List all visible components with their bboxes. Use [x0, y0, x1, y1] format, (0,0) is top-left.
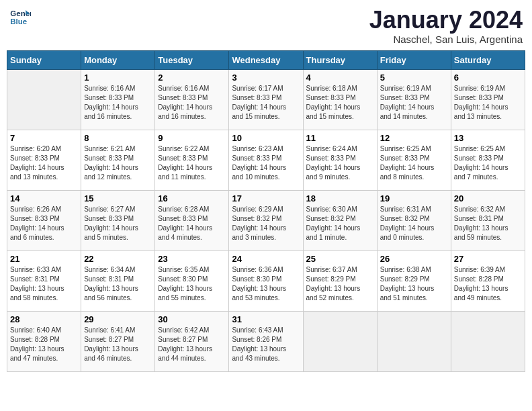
calendar-week-row: 14Sunrise: 6:26 AM Sunset: 8:33 PM Dayli… — [7, 190, 525, 250]
calendar-day-cell: 15Sunrise: 6:27 AM Sunset: 8:33 PM Dayli… — [81, 190, 155, 250]
day-info: Sunrise: 6:38 AM Sunset: 8:29 PM Dayligh… — [380, 265, 448, 303]
day-info: Sunrise: 6:42 AM Sunset: 8:27 PM Dayligh… — [158, 326, 226, 363]
day-number: 2 — [158, 73, 226, 83]
day-number: 30 — [158, 314, 226, 324]
calendar-week-row: 1Sunrise: 6:16 AM Sunset: 8:33 PM Daylig… — [7, 69, 525, 130]
day-number: 19 — [380, 193, 448, 203]
day-number: 14 — [10, 193, 78, 203]
day-info: Sunrise: 6:18 AM Sunset: 8:33 PM Dayligh… — [306, 84, 374, 122]
day-info: Sunrise: 6:35 AM Sunset: 8:30 PM Dayligh… — [158, 265, 226, 303]
calendar-day-cell: 25Sunrise: 6:37 AM Sunset: 8:29 PM Dayli… — [303, 250, 377, 311]
day-info: Sunrise: 6:16 AM Sunset: 8:33 PM Dayligh… — [158, 84, 226, 122]
day-number: 5 — [380, 73, 448, 83]
calendar-day-cell: 6Sunrise: 6:19 AM Sunset: 8:33 PM Daylig… — [451, 69, 525, 130]
day-info: Sunrise: 6:22 AM Sunset: 8:33 PM Dayligh… — [158, 144, 226, 182]
day-info: Sunrise: 6:25 AM Sunset: 8:33 PM Dayligh… — [454, 144, 522, 182]
day-number: 29 — [84, 314, 152, 324]
day-info: Sunrise: 6:25 AM Sunset: 8:33 PM Dayligh… — [380, 144, 448, 182]
logo: General Blue — [9, 7, 31, 28]
weekday-header-cell: Monday — [81, 50, 155, 69]
day-number: 28 — [10, 314, 78, 324]
day-number: 1 — [84, 73, 152, 83]
day-info: Sunrise: 6:41 AM Sunset: 8:27 PM Dayligh… — [84, 326, 152, 363]
day-info: Sunrise: 6:40 AM Sunset: 8:28 PM Dayligh… — [10, 326, 78, 363]
calendar-week-row: 7Sunrise: 6:20 AM Sunset: 8:33 PM Daylig… — [7, 130, 525, 190]
day-number: 9 — [158, 133, 226, 143]
day-number: 23 — [158, 254, 226, 264]
day-info: Sunrise: 6:31 AM Sunset: 8:32 PM Dayligh… — [380, 205, 448, 242]
calendar-day-cell — [303, 311, 377, 371]
calendar-day-cell: 8Sunrise: 6:21 AM Sunset: 8:33 PM Daylig… — [81, 130, 155, 190]
day-info: Sunrise: 6:19 AM Sunset: 8:33 PM Dayligh… — [380, 84, 448, 122]
calendar-day-cell: 18Sunrise: 6:30 AM Sunset: 8:32 PM Dayli… — [303, 190, 377, 250]
day-number: 10 — [232, 133, 300, 143]
calendar-day-cell: 11Sunrise: 6:24 AM Sunset: 8:33 PM Dayli… — [303, 130, 377, 190]
calendar-day-cell: 19Sunrise: 6:31 AM Sunset: 8:32 PM Dayli… — [377, 190, 451, 250]
page-header: General Blue January 2024 Naschel, San L… — [7, 7, 525, 45]
calendar-day-cell: 22Sunrise: 6:34 AM Sunset: 8:31 PM Dayli… — [81, 250, 155, 311]
calendar-day-cell: 12Sunrise: 6:25 AM Sunset: 8:33 PM Dayli… — [377, 130, 451, 190]
day-number: 21 — [10, 254, 78, 264]
day-info: Sunrise: 6:23 AM Sunset: 8:33 PM Dayligh… — [232, 144, 300, 182]
day-info: Sunrise: 6:17 AM Sunset: 8:33 PM Dayligh… — [232, 84, 300, 122]
day-info: Sunrise: 6:28 AM Sunset: 8:33 PM Dayligh… — [158, 205, 226, 242]
calendar-day-cell — [451, 311, 525, 371]
weekday-header-cell: Friday — [377, 50, 451, 69]
day-number: 18 — [306, 193, 374, 203]
calendar-day-cell: 26Sunrise: 6:38 AM Sunset: 8:29 PM Dayli… — [377, 250, 451, 311]
day-number: 8 — [84, 133, 152, 143]
day-info: Sunrise: 6:27 AM Sunset: 8:33 PM Dayligh… — [84, 205, 152, 242]
calendar-day-cell: 20Sunrise: 6:32 AM Sunset: 8:31 PM Dayli… — [451, 190, 525, 250]
month-title: January 2024 — [369, 7, 523, 34]
calendar-day-cell: 17Sunrise: 6:29 AM Sunset: 8:32 PM Dayli… — [229, 190, 303, 250]
weekday-header-cell: Tuesday — [155, 50, 229, 69]
day-number: 16 — [158, 193, 226, 203]
day-number: 3 — [232, 73, 300, 83]
calendar-day-cell — [377, 311, 451, 371]
day-number: 17 — [232, 193, 300, 203]
day-info: Sunrise: 6:19 AM Sunset: 8:33 PM Dayligh… — [454, 84, 522, 122]
calendar-day-cell: 24Sunrise: 6:36 AM Sunset: 8:30 PM Dayli… — [229, 250, 303, 311]
day-number: 27 — [454, 254, 522, 264]
calendar-day-cell: 7Sunrise: 6:20 AM Sunset: 8:33 PM Daylig… — [7, 130, 81, 190]
day-info: Sunrise: 6:26 AM Sunset: 8:33 PM Dayligh… — [10, 205, 78, 242]
day-info: Sunrise: 6:34 AM Sunset: 8:31 PM Dayligh… — [84, 265, 152, 303]
logo-icon: General Blue — [9, 7, 31, 28]
day-number: 20 — [454, 193, 522, 203]
day-info: Sunrise: 6:33 AM Sunset: 8:31 PM Dayligh… — [10, 265, 78, 303]
weekday-header-cell: Sunday — [7, 50, 81, 69]
day-info: Sunrise: 6:21 AM Sunset: 8:33 PM Dayligh… — [84, 144, 152, 182]
weekday-header-row: SundayMondayTuesdayWednesdayThursdayFrid… — [7, 50, 525, 69]
title-block: January 2024 Naschel, San Luis, Argentin… — [369, 7, 523, 45]
day-info: Sunrise: 6:43 AM Sunset: 8:26 PM Dayligh… — [232, 326, 300, 363]
calendar-day-cell: 2Sunrise: 6:16 AM Sunset: 8:33 PM Daylig… — [155, 69, 229, 130]
day-number: 4 — [306, 73, 374, 83]
day-info: Sunrise: 6:29 AM Sunset: 8:32 PM Dayligh… — [232, 205, 300, 242]
calendar-body: 1Sunrise: 6:16 AM Sunset: 8:33 PM Daylig… — [7, 69, 525, 371]
day-number: 7 — [10, 133, 78, 143]
day-info: Sunrise: 6:20 AM Sunset: 8:33 PM Dayligh… — [10, 144, 78, 182]
calendar-day-cell: 14Sunrise: 6:26 AM Sunset: 8:33 PM Dayli… — [7, 190, 81, 250]
day-number: 26 — [380, 254, 448, 264]
weekday-header-cell: Saturday — [451, 50, 525, 69]
calendar-day-cell: 3Sunrise: 6:17 AM Sunset: 8:33 PM Daylig… — [229, 69, 303, 130]
svg-text:Blue: Blue — [10, 17, 28, 26]
calendar-day-cell: 5Sunrise: 6:19 AM Sunset: 8:33 PM Daylig… — [377, 69, 451, 130]
day-number: 15 — [84, 193, 152, 203]
calendar-day-cell: 4Sunrise: 6:18 AM Sunset: 8:33 PM Daylig… — [303, 69, 377, 130]
calendar-day-cell: 29Sunrise: 6:41 AM Sunset: 8:27 PM Dayli… — [81, 311, 155, 371]
day-number: 25 — [306, 254, 374, 264]
weekday-header-cell: Wednesday — [229, 50, 303, 69]
day-info: Sunrise: 6:39 AM Sunset: 8:28 PM Dayligh… — [454, 265, 522, 303]
day-info: Sunrise: 6:30 AM Sunset: 8:32 PM Dayligh… — [306, 205, 374, 242]
calendar-day-cell: 1Sunrise: 6:16 AM Sunset: 8:33 PM Daylig… — [81, 69, 155, 130]
day-number: 11 — [306, 133, 374, 143]
day-number: 12 — [380, 133, 448, 143]
day-info: Sunrise: 6:32 AM Sunset: 8:31 PM Dayligh… — [454, 205, 522, 242]
calendar-day-cell: 30Sunrise: 6:42 AM Sunset: 8:27 PM Dayli… — [155, 311, 229, 371]
calendar-day-cell: 23Sunrise: 6:35 AM Sunset: 8:30 PM Dayli… — [155, 250, 229, 311]
calendar-week-row: 21Sunrise: 6:33 AM Sunset: 8:31 PM Dayli… — [7, 250, 525, 311]
day-number: 22 — [84, 254, 152, 264]
weekday-header-cell: Thursday — [303, 50, 377, 69]
day-number: 13 — [454, 133, 522, 143]
